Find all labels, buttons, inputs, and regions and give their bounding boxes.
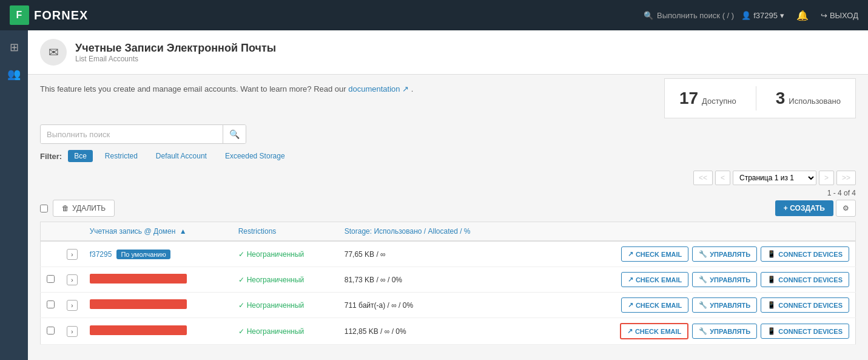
actions-cell: ↗ CHECK EMAIL🔧 УПРАВЛЯТЬ📱 CONNECT DEVICE…: [533, 246, 849, 262]
wrench-icon: 🔧: [699, 276, 707, 284]
filter-restricted[interactable]: Restricted: [99, 150, 144, 162]
filter-label: Filter:: [40, 152, 62, 161]
stat-used: 3 Использовано: [776, 89, 841, 108]
device-icon: 📱: [767, 327, 776, 335]
filter-all[interactable]: Все: [68, 150, 93, 162]
page-subtitle: List Email Accounts: [75, 55, 276, 63]
navbar: F FORNEX 🔍 Выполнить поиск ( / ) 👤 f3729…: [0, 0, 868, 30]
manage-button[interactable]: 🔧 УПРАВЛЯТЬ: [692, 324, 757, 339]
external-link-icon: ↗: [628, 276, 633, 284]
navbar-search[interactable]: 🔍 Выполнить поиск ( / ): [644, 11, 734, 20]
external-link-icon: ↗: [627, 327, 633, 335]
connect-devices-button[interactable]: 📱 CONNECT DEVICES: [761, 246, 849, 262]
restriction-value: Неограниченный: [247, 250, 304, 259]
page-header-text: Учетные Записи Электронной Почты List Em…: [75, 42, 276, 63]
documentation-link[interactable]: documentation ↗: [348, 84, 409, 93]
th-restrictions: Restrictions: [232, 222, 338, 242]
stat-available: 17 Доступно: [679, 89, 736, 108]
navbar-user[interactable]: 👤 f37295 ▾: [741, 11, 784, 20]
storage-value: 112,85 KB / ∞ / 0%: [338, 318, 527, 345]
page-first-btn[interactable]: <<: [693, 171, 713, 185]
settings-button[interactable]: ⚙: [836, 200, 856, 217]
search-input[interactable]: [41, 126, 223, 143]
check-icon: ✓: [238, 250, 244, 259]
actions-cell: ↗ CHECK EMAIL🔧 УПРАВЛЯТЬ📱 CONNECT DEVICE…: [533, 297, 849, 313]
row-checkbox[interactable]: [47, 301, 55, 308]
default-badge: По умолчанию: [116, 250, 170, 259]
connect-devices-button[interactable]: 📱 CONNECT DEVICES: [761, 272, 849, 287]
table-row: ›✓Неограниченный112,85 KB / ∞ / 0%↗ CHEC…: [41, 318, 856, 345]
sort-arrow-icon: ▲: [180, 227, 187, 236]
select-all-checkbox[interactable]: [40, 205, 48, 212]
sidebar-users-icon[interactable]: 👥: [3, 63, 25, 85]
info-text-after: .: [409, 84, 413, 93]
redacted-account: [90, 274, 187, 284]
expand-button[interactable]: ›: [67, 249, 78, 260]
device-icon: 📱: [767, 301, 776, 309]
user-icon: 👤: [741, 11, 751, 20]
th-checkbox: [41, 222, 61, 242]
page-prev-btn[interactable]: <: [715, 171, 730, 185]
check-icon: ✓: [238, 276, 244, 284]
redacted-account: [90, 325, 187, 335]
pagination: << < Страница 1 из 1 > >>: [40, 171, 856, 185]
sidebar-grid-icon[interactable]: ⊞: [3, 36, 25, 58]
restriction-value: Неограниченный: [247, 327, 304, 336]
expand-button[interactable]: ›: [67, 300, 78, 311]
check-icon: ✓: [238, 301, 244, 310]
manage-button[interactable]: 🔧 УПРАВЛЯТЬ: [692, 297, 757, 313]
device-icon: 📱: [767, 276, 776, 284]
navbar-bell[interactable]: 🔔: [796, 10, 809, 21]
navbar-username: f37295: [753, 11, 778, 20]
connect-devices-button[interactable]: 📱 CONNECT DEVICES: [761, 297, 849, 313]
expand-button[interactable]: ›: [67, 274, 78, 285]
check-email-button[interactable]: ↗ CHECK EMAIL: [620, 323, 688, 339]
redacted-account: [90, 299, 187, 309]
check-email-button[interactable]: ↗ CHECK EMAIL: [621, 297, 688, 313]
connect-devices-button[interactable]: 📱 CONNECT DEVICES: [761, 324, 849, 339]
page-next-btn[interactable]: >: [819, 171, 834, 185]
expand-button[interactable]: ›: [67, 326, 78, 337]
search-button[interactable]: 🔍: [223, 125, 246, 143]
th-storage: Storage: Использовано / Allocated / %: [338, 222, 527, 242]
wrench-icon: 🔧: [699, 327, 707, 335]
check-email-button[interactable]: ↗ CHECK EMAIL: [621, 246, 688, 262]
storage-value: 81,73 KB / ∞ / 0%: [338, 267, 527, 293]
row-checkbox[interactable]: [47, 327, 55, 335]
table-row: ›✓Неограниченный711 байт(-а) / ∞ / 0%↗ C…: [41, 293, 856, 318]
toolbar-right: + СОЗДАТЬ ⚙: [775, 200, 856, 217]
chevron-down-icon: ▾: [780, 11, 784, 20]
row-checkbox[interactable]: [47, 275, 55, 283]
brand-icon: F: [10, 5, 29, 25]
page-last-btn[interactable]: >>: [836, 171, 856, 185]
create-button[interactable]: + СОЗДАТЬ: [775, 200, 833, 216]
content-area: 17 Доступно 3 Использовано This feature …: [28, 75, 868, 355]
main-content: ✉ Учетные Записи Электронной Почты List …: [28, 30, 868, 360]
search-row: 🔍: [40, 124, 856, 144]
table-row: ›f37295По умолчанию✓Неограниченный77,65 …: [41, 241, 856, 267]
stat-used-label: Использовано: [789, 97, 841, 106]
wrench-icon: 🔧: [699, 250, 707, 258]
navbar-logout[interactable]: ↪ ВЫХОД: [821, 11, 858, 20]
filter-row: Filter: Все Restricted Default Account E…: [40, 150, 856, 162]
external-link-icon: ↗: [628, 301, 633, 309]
page-header: ✉ Учетные Записи Электронной Почты List …: [28, 30, 868, 75]
search-input-wrap: 🔍: [40, 124, 246, 144]
delete-button[interactable]: 🗑 УДАЛИТЬ: [53, 200, 115, 217]
manage-button[interactable]: 🔧 УПРАВЛЯТЬ: [692, 246, 757, 262]
filter-exceeded-storage[interactable]: Exceeded Storage: [219, 150, 291, 162]
page-header-icon: ✉: [40, 39, 67, 66]
restriction-value: Неограниченный: [247, 276, 304, 284]
stats-box: 17 Доступно 3 Использовано: [664, 78, 856, 118]
stat-available-label: Доступно: [702, 97, 736, 106]
th-expand: [61, 222, 84, 242]
check-email-button[interactable]: ↗ CHECK EMAIL: [621, 272, 688, 287]
filter-default-account[interactable]: Default Account: [150, 150, 213, 162]
manage-button[interactable]: 🔧 УПРАВЛЯТЬ: [692, 272, 757, 287]
actions-cell: ↗ CHECK EMAIL🔧 УПРАВЛЯТЬ📱 CONNECT DEVICE…: [533, 272, 849, 287]
logout-label: ВЫХОД: [830, 11, 858, 20]
device-icon: 📱: [767, 250, 776, 258]
wrench-icon: 🔧: [699, 301, 707, 309]
page-select[interactable]: Страница 1 из 1: [733, 171, 816, 185]
toolbar: 🗑 УДАЛИТЬ + СОЗДАТЬ ⚙: [40, 200, 856, 217]
